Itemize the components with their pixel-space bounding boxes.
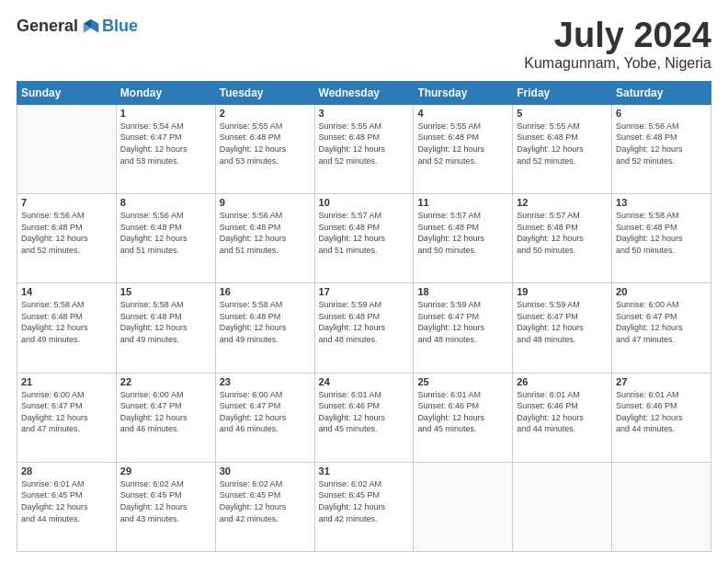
day-number: 18 [417, 286, 508, 297]
weekday-header-tuesday: Tuesday [215, 81, 314, 104]
day-info: Sunrise: 6:02 AMSunset: 6:45 PMDaylight:… [319, 478, 410, 524]
calendar-cell: 17Sunrise: 5:59 AMSunset: 6:48 PMDayligh… [314, 283, 414, 373]
svg-marker-0 [91, 18, 98, 32]
day-number: 22 [120, 376, 211, 387]
day-number: 1 [120, 108, 211, 119]
weekday-header-monday: Monday [116, 81, 215, 104]
day-number: 2 [220, 108, 311, 119]
calendar-cell: 13Sunrise: 5:58 AMSunset: 6:48 PMDayligh… [612, 194, 711, 283]
day-info: Sunrise: 5:57 AMSunset: 6:48 PMDaylight:… [319, 210, 410, 256]
calendar-cell: 11Sunrise: 5:57 AMSunset: 6:48 PMDayligh… [414, 194, 513, 283]
day-number: 14 [21, 286, 112, 297]
calendar-week-0: 1Sunrise: 5:54 AMSunset: 6:47 PMDaylight… [17, 104, 711, 193]
calendar-cell: 15Sunrise: 5:58 AMSunset: 6:48 PMDayligh… [116, 283, 215, 373]
calendar-cell: 12Sunrise: 5:57 AMSunset: 6:48 PMDayligh… [513, 194, 612, 283]
logo: General Blue [17, 17, 138, 36]
calendar-cell: 28Sunrise: 6:01 AMSunset: 6:45 PMDayligh… [17, 462, 117, 551]
day-info: Sunrise: 5:55 AMSunset: 6:48 PMDaylight:… [220, 121, 311, 167]
day-number: 15 [120, 286, 211, 297]
day-info: Sunrise: 6:02 AMSunset: 6:45 PMDaylight:… [120, 478, 211, 524]
page: General Blue July 2024 Kumagunnam, Yobe,… [0, 0, 728, 563]
calendar-cell: 19Sunrise: 5:59 AMSunset: 6:47 PMDayligh… [513, 283, 612, 373]
day-info: Sunrise: 6:01 AMSunset: 6:46 PMDaylight:… [616, 389, 707, 435]
day-number: 9 [220, 197, 311, 208]
calendar-week-4: 28Sunrise: 6:01 AMSunset: 6:45 PMDayligh… [17, 462, 711, 551]
calendar-cell: 26Sunrise: 6:01 AMSunset: 6:46 PMDayligh… [513, 373, 612, 462]
day-info: Sunrise: 5:57 AMSunset: 6:48 PMDaylight:… [417, 210, 508, 256]
day-number: 21 [21, 376, 112, 387]
calendar-cell: 21Sunrise: 6:00 AMSunset: 6:47 PMDayligh… [17, 373, 117, 462]
day-info: Sunrise: 6:01 AMSunset: 6:46 PMDaylight:… [319, 389, 410, 435]
day-number: 7 [21, 197, 112, 208]
day-info: Sunrise: 5:55 AMSunset: 6:48 PMDaylight:… [319, 121, 410, 167]
day-info: Sunrise: 6:01 AMSunset: 6:46 PMDaylight:… [517, 389, 608, 435]
day-info: Sunrise: 6:00 AMSunset: 6:47 PMDaylight:… [120, 389, 211, 435]
day-info: Sunrise: 5:59 AMSunset: 6:47 PMDaylight:… [417, 299, 508, 345]
calendar-cell: 20Sunrise: 6:00 AMSunset: 6:47 PMDayligh… [612, 283, 711, 373]
calendar-cell: 6Sunrise: 5:56 AMSunset: 6:48 PMDaylight… [612, 104, 711, 193]
day-number: 23 [220, 376, 311, 387]
day-info: Sunrise: 6:02 AMSunset: 6:45 PMDaylight:… [220, 478, 311, 524]
day-number: 3 [319, 108, 410, 119]
day-number: 10 [319, 197, 410, 208]
day-info: Sunrise: 5:55 AMSunset: 6:48 PMDaylight:… [417, 121, 508, 167]
day-number: 19 [517, 286, 608, 297]
calendar-cell: 31Sunrise: 6:02 AMSunset: 6:45 PMDayligh… [314, 462, 414, 551]
day-number: 29 [120, 465, 211, 477]
weekday-header-sunday: Sunday [17, 81, 117, 104]
month-title: July 2024 [524, 17, 711, 55]
day-number: 30 [220, 465, 311, 477]
day-info: Sunrise: 5:58 AMSunset: 6:48 PMDaylight:… [21, 299, 112, 345]
day-number: 11 [417, 197, 508, 208]
calendar-cell: 14Sunrise: 5:58 AMSunset: 6:48 PMDayligh… [17, 283, 117, 373]
logo-general: General [17, 17, 78, 36]
day-number: 20 [616, 286, 707, 297]
calendar-cell [513, 462, 612, 551]
day-info: Sunrise: 5:58 AMSunset: 6:48 PMDaylight:… [120, 299, 211, 345]
logo-blue: Blue [102, 17, 138, 36]
calendar-cell: 24Sunrise: 6:01 AMSunset: 6:46 PMDayligh… [314, 373, 414, 462]
title-block: July 2024 Kumagunnam, Yobe, Nigeria [524, 17, 711, 72]
day-number: 31 [319, 465, 410, 477]
header: General Blue July 2024 Kumagunnam, Yobe,… [17, 17, 711, 72]
location: Kumagunnam, Yobe, Nigeria [524, 55, 711, 72]
calendar-table: SundayMondayTuesdayWednesdayThursdayFrid… [17, 81, 711, 552]
calendar-cell: 27Sunrise: 6:01 AMSunset: 6:46 PMDayligh… [612, 373, 711, 462]
day-info: Sunrise: 5:54 AMSunset: 6:47 PMDaylight:… [120, 121, 211, 167]
day-info: Sunrise: 5:55 AMSunset: 6:48 PMDaylight:… [517, 121, 608, 167]
weekday-header-row: SundayMondayTuesdayWednesdayThursdayFrid… [17, 81, 711, 104]
day-info: Sunrise: 6:01 AMSunset: 6:45 PMDaylight:… [21, 478, 112, 524]
day-info: Sunrise: 5:56 AMSunset: 6:48 PMDaylight:… [616, 121, 707, 167]
day-number: 8 [120, 197, 211, 208]
day-info: Sunrise: 5:58 AMSunset: 6:48 PMDaylight:… [220, 299, 311, 345]
day-number: 27 [616, 376, 707, 387]
day-info: Sunrise: 5:59 AMSunset: 6:47 PMDaylight:… [517, 299, 608, 345]
calendar-week-1: 7Sunrise: 5:56 AMSunset: 6:48 PMDaylight… [17, 194, 711, 283]
calendar-week-3: 21Sunrise: 6:00 AMSunset: 6:47 PMDayligh… [17, 373, 711, 462]
calendar-cell: 16Sunrise: 5:58 AMSunset: 6:48 PMDayligh… [215, 283, 314, 373]
day-info: Sunrise: 6:01 AMSunset: 6:46 PMDaylight:… [417, 389, 508, 435]
calendar-cell [612, 462, 711, 551]
day-number: 12 [517, 197, 608, 208]
day-number: 5 [517, 108, 608, 119]
calendar-cell: 5Sunrise: 5:55 AMSunset: 6:48 PMDaylight… [513, 104, 612, 193]
calendar-cell: 10Sunrise: 5:57 AMSunset: 6:48 PMDayligh… [314, 194, 414, 283]
day-number: 25 [417, 376, 508, 387]
day-info: Sunrise: 5:56 AMSunset: 6:48 PMDaylight:… [120, 210, 211, 256]
day-number: 28 [21, 465, 112, 477]
calendar-cell: 2Sunrise: 5:55 AMSunset: 6:48 PMDaylight… [215, 104, 314, 193]
day-number: 26 [517, 376, 608, 387]
calendar-cell: 8Sunrise: 5:56 AMSunset: 6:48 PMDaylight… [116, 194, 215, 283]
day-info: Sunrise: 5:56 AMSunset: 6:48 PMDaylight:… [220, 210, 311, 256]
day-info: Sunrise: 5:56 AMSunset: 6:48 PMDaylight:… [21, 210, 112, 256]
day-number: 16 [220, 286, 311, 297]
day-info: Sunrise: 5:58 AMSunset: 6:48 PMDaylight:… [616, 210, 707, 256]
calendar-cell: 25Sunrise: 6:01 AMSunset: 6:46 PMDayligh… [414, 373, 513, 462]
calendar-cell [414, 462, 513, 551]
calendar-cell: 3Sunrise: 5:55 AMSunset: 6:48 PMDaylight… [314, 104, 414, 193]
day-number: 24 [319, 376, 410, 387]
calendar-cell: 23Sunrise: 6:00 AMSunset: 6:47 PMDayligh… [215, 373, 314, 462]
calendar-cell: 9Sunrise: 5:56 AMSunset: 6:48 PMDaylight… [215, 194, 314, 283]
weekday-header-friday: Friday [513, 81, 612, 104]
calendar-week-2: 14Sunrise: 5:58 AMSunset: 6:48 PMDayligh… [17, 283, 711, 373]
